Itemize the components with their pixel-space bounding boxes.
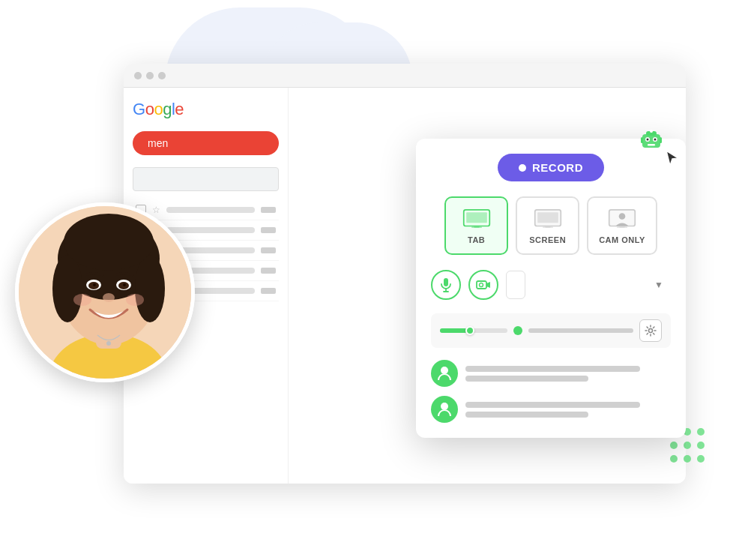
status-indicator-dot bbox=[513, 326, 522, 335]
user-list bbox=[431, 360, 671, 423]
svg-point-6 bbox=[654, 139, 657, 141]
svg-point-43 bbox=[123, 283, 126, 286]
svg-rect-9 bbox=[660, 137, 662, 143]
cam-only-mode-icon bbox=[606, 207, 639, 231]
svg-point-42 bbox=[93, 283, 96, 286]
tab-mode-label: TAB bbox=[468, 235, 485, 244]
svg-point-2 bbox=[650, 130, 653, 133]
svg-rect-22 bbox=[444, 278, 448, 286]
quality-slider-thumb[interactable] bbox=[465, 326, 474, 335]
svg-point-28 bbox=[441, 367, 448, 374]
gmail-star-1[interactable]: ☆ bbox=[152, 205, 160, 215]
svg-rect-25 bbox=[477, 281, 486, 289]
user-lines-1 bbox=[465, 366, 671, 382]
record-indicator bbox=[519, 164, 526, 172]
gmail-tag-1 bbox=[261, 207, 276, 213]
camera-select[interactable] bbox=[506, 271, 525, 299]
user-item-2 bbox=[431, 396, 671, 423]
browser-dot-yellow bbox=[146, 72, 154, 79]
user-avatar-1 bbox=[431, 360, 458, 387]
screen-mode-icon bbox=[531, 207, 564, 231]
tab-mode-icon bbox=[460, 207, 493, 231]
svg-rect-7 bbox=[648, 144, 655, 146]
logo-g-blue: G bbox=[133, 100, 145, 119]
deco-dot-5 bbox=[684, 442, 691, 449]
browser-titlebar bbox=[124, 64, 686, 88]
svg-point-5 bbox=[647, 139, 649, 141]
svg-point-19 bbox=[619, 213, 626, 220]
deco-dot-8 bbox=[684, 455, 691, 463]
mode-button-screen[interactable]: SCREEN bbox=[516, 196, 579, 255]
quality-label-track bbox=[528, 328, 633, 333]
cursor-icon bbox=[665, 149, 680, 171]
svg-point-36 bbox=[135, 255, 165, 322]
deco-dot-3 bbox=[697, 428, 705, 436]
browser-window: Google men ☆ ☆ bbox=[124, 64, 686, 484]
user-item-1 bbox=[431, 360, 671, 387]
person-photo bbox=[15, 202, 195, 382]
gmail-line-2 bbox=[166, 227, 255, 233]
svg-rect-17 bbox=[545, 226, 550, 229]
svg-point-44 bbox=[103, 293, 115, 302]
logo-g-green: g bbox=[163, 100, 172, 119]
quality-slider[interactable] bbox=[440, 328, 507, 333]
quality-settings-row bbox=[431, 313, 671, 348]
deco-dot-4 bbox=[670, 442, 678, 449]
user-avatar-2 bbox=[431, 396, 458, 423]
user-lines-2 bbox=[465, 402, 671, 418]
screen-mode-label: SCREEN bbox=[529, 235, 566, 244]
gmail-tag-4 bbox=[261, 268, 276, 274]
browser-dot-green bbox=[158, 72, 166, 79]
svg-rect-8 bbox=[641, 137, 643, 143]
gmail-tag-3 bbox=[261, 247, 276, 253]
gmail-tag-2 bbox=[261, 227, 276, 233]
record-button[interactable]: RECORD bbox=[498, 154, 604, 181]
cam-only-mode-label: CAM ONLY bbox=[599, 235, 645, 244]
browser-dot-red bbox=[134, 72, 142, 79]
compose-button[interactable]: men bbox=[133, 131, 279, 155]
recording-modes: TAB SCREEN bbox=[431, 196, 671, 255]
gmail-tag-5 bbox=[261, 288, 276, 294]
quality-fill bbox=[440, 328, 467, 333]
svg-rect-15 bbox=[537, 212, 558, 223]
extension-popup: RECORD TAB bbox=[416, 139, 686, 438]
deco-dot-9 bbox=[697, 455, 705, 463]
mode-button-cam-only[interactable]: CAM ONLY bbox=[587, 196, 657, 255]
svg-rect-13 bbox=[474, 226, 479, 229]
svg-rect-11 bbox=[466, 212, 487, 223]
user-line-1b bbox=[465, 376, 588, 382]
google-logo: Google bbox=[133, 100, 279, 119]
svg-point-35 bbox=[52, 255, 82, 322]
logo-o-yellow: o bbox=[154, 100, 163, 119]
svg-rect-21 bbox=[620, 226, 625, 229]
user-line-1a bbox=[465, 366, 640, 372]
camera-button[interactable] bbox=[468, 270, 498, 300]
dropdown-arrow-icon: ▼ bbox=[654, 280, 663, 290]
audio-controls-row: ▼ bbox=[431, 270, 671, 300]
microphone-button[interactable] bbox=[431, 270, 461, 300]
gmail-search-bar[interactable] bbox=[133, 167, 279, 191]
mode-button-tab[interactable]: TAB bbox=[444, 196, 508, 255]
svg-point-26 bbox=[480, 283, 483, 287]
robot-icon bbox=[638, 125, 665, 152]
deco-dot-6 bbox=[697, 442, 705, 449]
settings-gear-button[interactable] bbox=[639, 319, 662, 342]
svg-point-37 bbox=[64, 214, 154, 271]
svg-point-45 bbox=[73, 294, 91, 306]
gmail-line-1 bbox=[166, 207, 255, 213]
svg-point-27 bbox=[649, 329, 653, 333]
svg-point-47 bbox=[106, 341, 111, 346]
logo-e-red: e bbox=[175, 100, 184, 119]
camera-select-wrapper: ▼ bbox=[506, 271, 671, 299]
user-line-2b bbox=[465, 412, 588, 418]
record-button-label: RECORD bbox=[532, 161, 583, 174]
deco-dot-7 bbox=[670, 455, 678, 463]
logo-o-red: o bbox=[145, 100, 154, 119]
user-line-2a bbox=[465, 402, 640, 408]
svg-point-29 bbox=[441, 403, 448, 410]
svg-point-46 bbox=[126, 294, 144, 306]
main-scene: Google men ☆ ☆ bbox=[0, 0, 742, 560]
